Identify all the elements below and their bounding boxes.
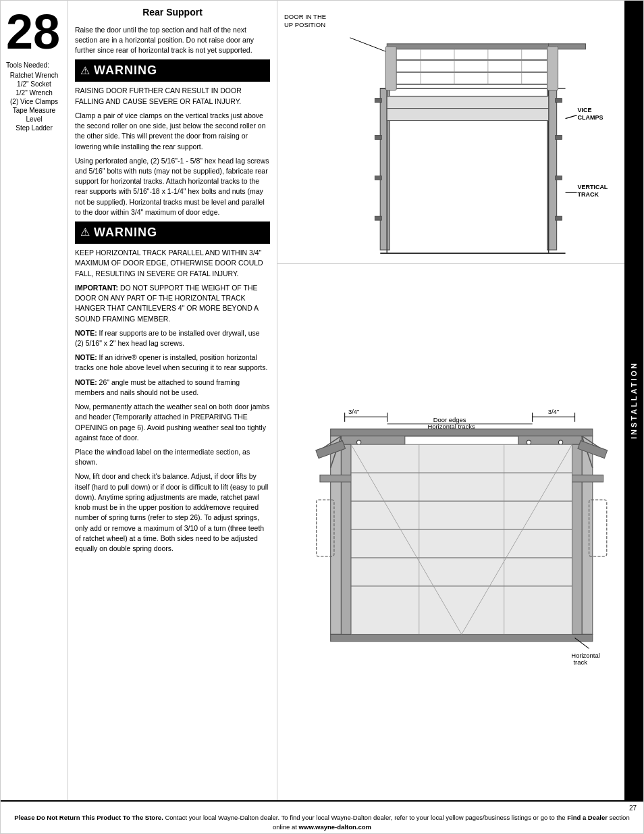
svg-rect-78	[351, 529, 572, 558]
svg-rect-75	[351, 444, 572, 473]
svg-rect-25	[556, 99, 562, 103]
svg-text:3/4": 3/4"	[548, 408, 559, 415]
note1-text: NOTE: If rear supports are to be install…	[75, 328, 270, 348]
svg-point-72	[356, 440, 360, 444]
svg-rect-22	[375, 135, 381, 139]
svg-rect-40	[547, 47, 558, 90]
door-top-svg: VICE CLAMPS VERTICAL TRACK	[277, 1, 624, 263]
svg-text:Door edges: Door edges	[433, 416, 466, 423]
text-content: Rear Support Raise the door until the to…	[68, 1, 277, 800]
note2-body: If an idrive® opener is installed, posit…	[75, 353, 267, 371]
door-bottom-svg: 3/4" Door edges 3/4" Horizontal tracks	[277, 264, 624, 800]
svg-rect-42	[387, 109, 548, 121]
note1-label: NOTE:	[75, 329, 97, 337]
warning-box-1: ⚠ WARNING	[75, 59, 270, 82]
svg-rect-5	[387, 44, 548, 49]
svg-rect-39	[385, 47, 396, 90]
tool-level: Level	[6, 115, 62, 123]
note3-label: NOTE:	[75, 378, 97, 386]
svg-text:3/4": 3/4"	[348, 408, 359, 415]
para1-text: Clamp a pair of vice clamps on the verti…	[75, 111, 270, 152]
svg-line-29	[566, 115, 577, 119]
section-title: Rear Support	[75, 6, 270, 20]
svg-rect-58	[331, 634, 593, 641]
door-label-line1: DOOR IN THE	[284, 13, 326, 20]
svg-rect-76	[351, 473, 572, 501]
svg-rect-21	[375, 99, 381, 103]
footer-website: www.wayne-dalton.com	[299, 823, 371, 831]
svg-text:CLAMPS: CLAMPS	[578, 114, 603, 121]
important-text: IMPORTANT: DO NOT SUPPORT THE WEIGHT OF …	[75, 283, 270, 324]
door-label-line2: UP POSITION	[284, 21, 325, 28]
svg-rect-41	[387, 97, 548, 109]
warning-label-2: WARNING	[94, 224, 157, 241]
para3-text: Now, permanently attach the weather seal…	[75, 402, 270, 443]
svg-rect-80	[351, 586, 572, 634]
svg-text:TRACK: TRACK	[578, 191, 599, 198]
step-number: 28	[6, 7, 62, 56]
tool-vice: (2) Vice Clamps	[6, 98, 62, 105]
svg-rect-63	[572, 444, 582, 634]
note3-body: 26" angle must be attached to sound fram…	[75, 378, 240, 396]
svg-rect-62	[341, 444, 351, 634]
svg-point-73	[527, 440, 531, 444]
tool-tape: Tape Measure	[6, 107, 62, 114]
svg-rect-3	[387, 72, 548, 84]
note2-text: NOTE: If an idrive® opener is installed,…	[75, 353, 270, 373]
page-number: 27	[7, 804, 637, 812]
svg-text:VICE: VICE	[578, 107, 592, 113]
main-content: 28 Tools Needed: Ratchet Wrench 1/2" Soc…	[1, 1, 643, 800]
footer-disclaimer-text: Contact your local Wayne-Dalton dealer. …	[165, 814, 567, 821]
warning-box-2: ⚠ WARNING	[75, 221, 270, 244]
note3-text: NOTE: 26" angle must be attached to soun…	[75, 377, 270, 398]
svg-rect-59	[331, 429, 593, 436]
para2-text: Using perforated angle, (2) 5/16"-1 - 5/…	[75, 156, 270, 217]
para4-text: Place the windload label on the intermed…	[75, 447, 270, 467]
warning-icon-2: ⚠	[80, 225, 90, 240]
footer-find-dealer-bold: Find a Dealer	[567, 814, 608, 821]
tools-label: Tools Needed:	[6, 61, 62, 69]
tools-sidebar: 28 Tools Needed: Ratchet Wrench 1/2" Soc…	[1, 1, 68, 800]
svg-rect-56	[331, 436, 342, 635]
svg-rect-23	[375, 176, 381, 180]
svg-rect-57	[582, 436, 593, 635]
footer-text: Please Do Not Return This Product To The…	[7, 813, 637, 833]
svg-text:Horizontal: Horizontal	[571, 652, 600, 659]
svg-rect-26	[556, 135, 562, 139]
footer-disclaimer-bold: Please Do Not Return This Product To The…	[14, 814, 163, 821]
intro-text: Raise the door until the top section and…	[75, 25, 270, 56]
svg-rect-28	[556, 216, 562, 220]
top-diagram: DOOR IN THE UP POSITION	[277, 1, 624, 264]
warning-icon-1: ⚠	[80, 63, 90, 78]
svg-text:VERTICAL: VERTICAL	[578, 184, 608, 190]
svg-rect-27	[556, 176, 562, 180]
installation-tab-label: INSTALLATION	[630, 361, 638, 439]
para5-text: Now, lift door and check it's balance. A…	[75, 471, 270, 554]
warning-label-1: WARNING	[94, 62, 157, 79]
tool-wrench: 1/2" Wrench	[6, 89, 62, 97]
svg-rect-77	[351, 501, 572, 529]
footer-container: 27 Please Do Not Return This Product To …	[1, 800, 643, 834]
svg-rect-24	[375, 216, 381, 220]
important-label: IMPORTANT:	[75, 284, 118, 292]
svg-rect-1	[387, 48, 548, 60]
warning2-body: KEEP HORIZONTAL TRACK PARALLEL AND WITHI…	[75, 248, 270, 279]
note2-label: NOTE:	[75, 353, 97, 361]
note1-body: If rear supports are to be installed ove…	[75, 329, 260, 347]
warning1-body: RAISING DOOR FURTHER CAN RESULT IN DOOR …	[75, 86, 270, 106]
svg-text:track: track	[573, 658, 587, 666]
tool-ladder: Step Ladder	[6, 124, 62, 132]
svg-rect-60	[341, 436, 404, 445]
bottom-diagram: 3/4" Door edges 3/4" Horizontal tracks	[277, 264, 624, 800]
installation-tab: INSTALLATION	[624, 1, 643, 800]
diagram-area: DOOR IN THE UP POSITION	[277, 1, 643, 800]
svg-rect-4	[387, 84, 548, 97]
tool-ratchet: Ratchet Wrench	[6, 72, 62, 79]
tool-socket: 1/2" Socket	[6, 80, 62, 88]
svg-rect-79	[351, 558, 572, 586]
svg-point-74	[558, 440, 562, 444]
door-position-label: DOOR IN THE UP POSITION	[284, 13, 326, 30]
svg-rect-2	[387, 60, 548, 72]
page: 28 Tools Needed: Ratchet Wrench 1/2" Soc…	[0, 0, 644, 834]
